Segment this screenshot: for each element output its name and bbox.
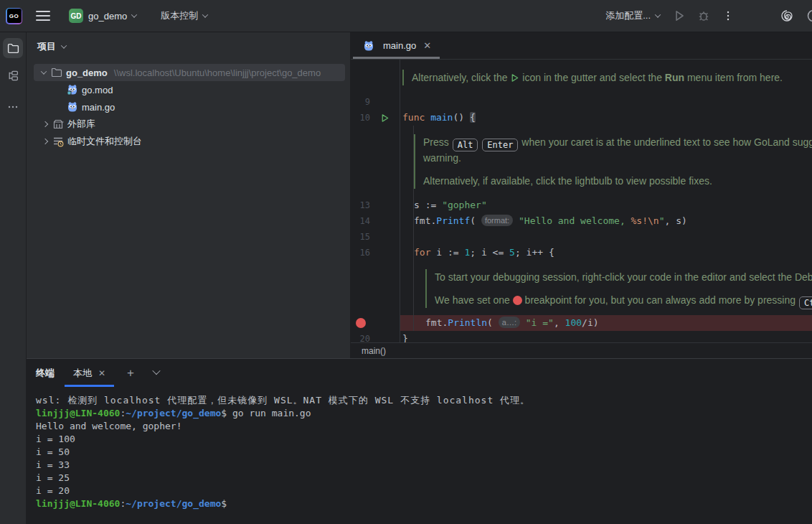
main-toolbar: GO GD go_demo 版本控制 添加配置... xyxy=(0,0,812,32)
tree-item-external-libraries[interactable]: 外部库 xyxy=(27,116,350,133)
terminal-output[interactable]: wsl: 检测到 localhost 代理配置，但未镜像到 WSL。NAT 模式… xyxy=(27,387,812,524)
keycap-Enter: Enter xyxy=(482,139,518,151)
debug-button[interactable] xyxy=(694,6,713,25)
close-terminal-tab-icon[interactable]: ✕ xyxy=(98,368,105,378)
gutter-separator xyxy=(400,60,400,342)
line-number: 14 xyxy=(351,213,370,229)
run-gutter-icon[interactable] xyxy=(370,113,400,123)
indent-guide xyxy=(413,126,414,331)
gutter[interactable]: 14 xyxy=(351,213,400,229)
line-number: 15 xyxy=(351,229,370,245)
project-tree: go_demo\\wsl.localhost\Ubuntu\home\linjj… xyxy=(27,61,350,150)
chevron-down-icon[interactable] xyxy=(38,70,49,75)
code-line-16[interactable]: 16for i := 1; i <= 5; i++ { xyxy=(351,245,812,261)
more-tools-button[interactable] xyxy=(3,97,23,117)
tree-item-label: 临时文件和控制台 xyxy=(67,135,142,148)
chevron-down-icon xyxy=(202,11,208,17)
more-actions-button[interactable] xyxy=(719,6,737,25)
line-number: 16 xyxy=(351,245,370,261)
terminal-panel-title: 终端 xyxy=(36,367,55,380)
code-line-9[interactable]: 9 xyxy=(351,94,812,110)
gutter[interactable]: 15 xyxy=(351,229,400,245)
breadcrumb-item[interactable]: main() xyxy=(362,346,386,356)
kebab-menu-icon xyxy=(722,10,734,22)
terminal-line: Hello and welcome, gopher! xyxy=(36,420,812,433)
gutter[interactable]: 16 xyxy=(351,245,400,261)
gutter[interactable]: 20 xyxy=(351,331,400,342)
breakpoint-icon[interactable] xyxy=(356,318,366,328)
line-number: 9 xyxy=(351,94,370,110)
gutter[interactable]: 10 xyxy=(351,110,400,126)
project-tool-button[interactable] xyxy=(3,38,23,58)
code-line[interactable]: fmt.Println( a…: "i =", 100/i) xyxy=(351,315,812,331)
run-config-selector[interactable]: 添加配置... xyxy=(601,5,664,27)
tree-item-go-demo-root[interactable]: go_demo\\wsl.localhost\Ubuntu\home\linjj… xyxy=(34,64,345,81)
gutter[interactable] xyxy=(351,315,400,331)
terminal-line: i = 100 xyxy=(36,433,812,446)
close-tab-icon[interactable]: ✕ xyxy=(423,40,431,51)
chevron-right-icon[interactable] xyxy=(39,122,51,126)
tree-item-scratches-consoles[interactable]: 临时文件和控制台 xyxy=(27,133,350,150)
doc-comment-line: Alternatively, click the icon in the gut… xyxy=(412,70,812,85)
vcs-widget[interactable]: 版本控制 xyxy=(156,5,212,27)
go-file-icon xyxy=(363,40,374,52)
gutter[interactable]: 13 xyxy=(351,197,400,213)
project-badge: GD xyxy=(69,9,83,23)
terminal-line: i = 50 xyxy=(36,446,812,459)
parameter-hint: format: xyxy=(481,215,513,226)
tree-item-label: go_demo xyxy=(66,67,108,78)
project-panel-header[interactable]: 项目 xyxy=(27,32,350,61)
commit-tool-button[interactable] xyxy=(3,65,23,85)
ai-assistant-button[interactable] xyxy=(778,6,796,25)
terminal-line: wsl: 检测到 localhost 代理配置，但未镜像到 WSL。NAT 模式… xyxy=(36,394,812,407)
breakpoint-icon xyxy=(513,296,522,305)
rendered-doc-comment: Press Alt Enter when your caret is at th… xyxy=(414,134,812,189)
tree-item-label: main.go xyxy=(82,102,115,113)
ai-assistant-icon xyxy=(780,9,793,22)
structure-icon xyxy=(7,70,19,82)
terminal-line: i = 25 xyxy=(36,472,812,485)
line-number: 13 xyxy=(351,197,370,213)
code-line-14[interactable]: 14fmt.Printf( format: "Hello and welcome… xyxy=(351,213,812,229)
run-button[interactable] xyxy=(670,6,689,25)
chevron-down-icon xyxy=(61,42,67,48)
more-icon xyxy=(7,101,19,113)
terminal-line: i = 20 xyxy=(36,485,812,497)
parameter-hint: a…: xyxy=(499,317,520,328)
run-icon xyxy=(510,71,519,87)
project-name: go_demo xyxy=(88,11,127,22)
code-line-15[interactable]: 15 xyxy=(351,229,812,245)
doc-comment-line: To start your debugging session, right-c… xyxy=(435,269,812,285)
editor-content[interactable]: Alternatively, click the icon in the gut… xyxy=(351,60,812,342)
goland-logo-text: GO xyxy=(7,9,22,23)
project-panel: 项目 go_demo\\wsl.localhost\Ubuntu\home\li… xyxy=(27,32,351,358)
main-menu-button[interactable] xyxy=(36,11,50,21)
terminal-header: 终端 本地 ✕ + xyxy=(27,359,812,387)
terminal-tab-label: 本地 xyxy=(73,367,92,380)
code-line-10[interactable]: 10func main() { xyxy=(351,110,812,126)
terminal-tab-local[interactable]: 本地 ✕ xyxy=(65,359,114,387)
tree-item-main-go[interactable]: main.go xyxy=(27,98,350,116)
tab-main-go[interactable]: main.go ✕ xyxy=(353,32,440,59)
code-line-13[interactable]: 13s := "gopher" xyxy=(351,197,812,213)
chevron-down-icon xyxy=(131,11,137,17)
settings-button[interactable] xyxy=(801,6,812,25)
tool-window-strip xyxy=(0,32,27,524)
chevron-down-icon xyxy=(655,11,661,17)
tree-item-go-mod[interactable]: go.mod xyxy=(27,81,350,98)
goland-logo-icon[interactable]: GO xyxy=(6,8,22,24)
project-panel-title: 项目 xyxy=(37,40,56,53)
project-selector[interactable]: GD go_demo xyxy=(65,5,141,27)
doc-comment-line: Press Alt Enter when your caret is at th… xyxy=(423,134,812,150)
chevron-right-icon[interactable] xyxy=(39,139,51,144)
gutter[interactable]: 9 xyxy=(351,94,400,110)
tree-item-label: go.mod xyxy=(82,85,113,95)
terminal-dropdown-button[interactable] xyxy=(150,372,163,375)
doc-comment-line: We have set one breakpoint for you, but … xyxy=(435,292,812,308)
editor-area: main.go ✕ Alternatively, click the icon … xyxy=(351,32,812,358)
code-line-20[interactable]: 20} xyxy=(351,331,812,342)
new-terminal-button[interactable]: + xyxy=(124,366,137,380)
terminal-line: linjjj@LIN-4060:~/project/go_demo$ xyxy=(36,497,812,510)
terminal-panel: 终端 本地 ✕ + wsl: 检测到 localhost 代理配置，但未镜像到 … xyxy=(27,358,812,524)
doc-comment-line: warning. xyxy=(423,150,812,166)
